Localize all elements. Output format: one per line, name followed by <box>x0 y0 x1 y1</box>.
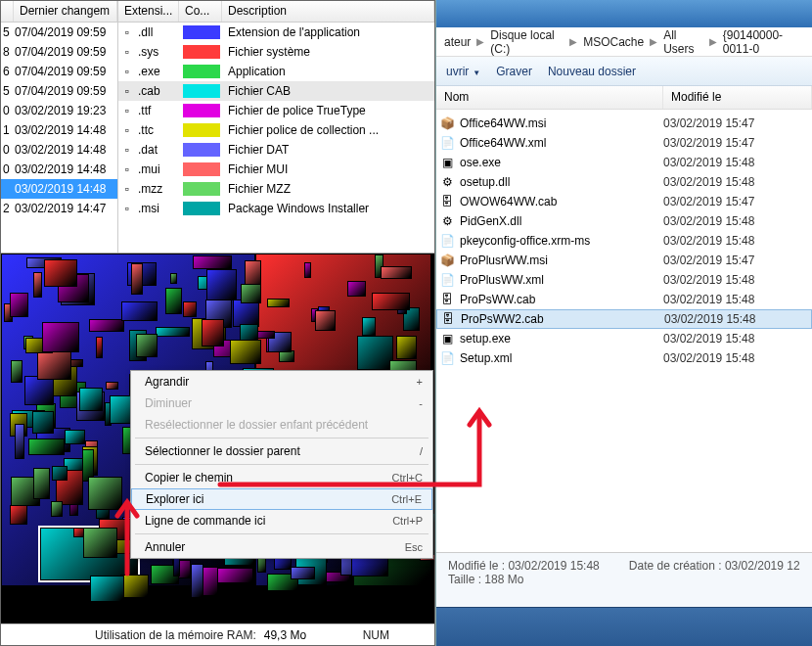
col-name[interactable]: Nom <box>436 86 663 109</box>
file-row[interactable]: 🗄ProPsWW.cab03/02/2019 15:48 <box>436 290 812 309</box>
breadcrumb[interactable]: ateur▶Disque local (C:)▶MSOCache▶All Use… <box>436 27 812 57</box>
treemap-tile[interactable] <box>37 349 71 381</box>
breadcrumb-item[interactable]: Disque local (C:) <box>486 26 567 58</box>
treemap-tile[interactable] <box>304 262 311 278</box>
treemap-tile[interactable] <box>10 505 27 525</box>
treemap-tile[interactable] <box>90 576 124 602</box>
treemap-tile[interactable] <box>156 327 190 337</box>
date-row[interactable]: 607/04/2019 09:59 <box>1 62 117 81</box>
treemap-tile[interactable] <box>28 438 65 455</box>
toolbar-burn[interactable]: Graver <box>496 65 532 78</box>
treemap-tile[interactable] <box>120 575 150 597</box>
treemap-tile[interactable] <box>106 382 118 390</box>
treemap-tile[interactable] <box>202 319 224 346</box>
extension-row[interactable]: ▫.ttcFichier police de collection ... <box>118 120 434 140</box>
treemap-tile[interactable] <box>233 300 259 326</box>
extension-list-header[interactable]: Extensi... Co... Description <box>118 1 434 23</box>
file-row[interactable]: 🗄OWOW64WW.cab03/02/2019 15:47 <box>436 192 812 211</box>
date-row[interactable]: 103/02/2019 14:48 <box>1 120 117 140</box>
breadcrumb-item[interactable]: MSOCache <box>579 33 648 51</box>
treemap-tile[interactable] <box>267 299 289 307</box>
file-row[interactable]: 📦Office64WW.msi03/02/2019 15:47 <box>436 114 812 133</box>
col-description[interactable]: Description <box>222 1 434 22</box>
treemap-tile[interactable] <box>65 430 85 444</box>
file-date-list[interactable]: Dernier changem 507/04/2019 09:59807/04/… <box>1 1 118 253</box>
file-row[interactable]: 📄pkeyconfig-office.xrm-ms03/02/2019 15:4… <box>436 231 812 251</box>
treemap-tile[interactable] <box>15 424 24 459</box>
treemap-tile[interactable] <box>83 528 117 558</box>
col-color[interactable]: Co... <box>179 1 222 22</box>
treemap-tile[interactable] <box>24 376 54 405</box>
treemap-tile[interactable] <box>51 501 63 517</box>
file-row[interactable]: 📄Office64WW.xml03/02/2019 15:47 <box>436 133 812 153</box>
treemap-tile[interactable] <box>206 269 237 300</box>
treemap-tile[interactable] <box>136 334 158 357</box>
menu-item-annuler[interactable]: AnnulerEsc <box>131 536 432 558</box>
treemap-tile[interactable] <box>79 388 103 411</box>
treemap-tile[interactable] <box>11 360 23 383</box>
treemap-tile[interactable] <box>88 477 123 510</box>
treemap-tile[interactable] <box>372 293 410 310</box>
treemap-tile[interactable] <box>396 336 417 359</box>
extension-row[interactable]: ▫.cabFichier CAB <box>118 81 434 101</box>
treemap-tile[interactable] <box>10 293 29 317</box>
file-row[interactable]: ▣ose.exe03/02/2019 15:48 <box>436 153 812 172</box>
breadcrumb-item[interactable]: All Users <box>659 26 707 58</box>
treemap-tile[interactable] <box>347 281 366 297</box>
col-modified[interactable]: Modifié le <box>663 86 812 109</box>
treemap-tile[interactable] <box>183 301 197 317</box>
col-last-change[interactable]: Dernier changem <box>14 1 117 22</box>
extension-row[interactable]: ▫.sysFichier système <box>118 42 434 62</box>
date-row[interactable]: 507/04/2019 09:59 <box>1 23 117 42</box>
extension-row[interactable]: ▫.dllExtension de l'application <box>118 23 434 42</box>
treemap-tile[interactable] <box>241 284 262 302</box>
treemap-tile[interactable] <box>121 301 158 321</box>
file-row[interactable]: ⚙PidGenX.dll03/02/2019 15:48 <box>436 211 812 231</box>
extension-row[interactable]: ▫.datFichier DAT <box>118 140 434 160</box>
explorer-titlebar[interactable] <box>436 0 812 27</box>
menu-item-explorer-ici[interactable]: Explorer iciCtrl+E <box>131 488 432 510</box>
treemap-tile[interactable] <box>240 324 258 341</box>
extension-row[interactable]: ▫.muiFichier MUI <box>118 160 434 179</box>
treemap-tile[interactable] <box>33 468 50 499</box>
date-row[interactable]: 203/02/2019 14:47 <box>1 199 117 218</box>
extension-row[interactable]: ▫.mzzFichier MZZ <box>118 179 434 199</box>
menu-item-s-lectionner-le-dossier-parent[interactable]: Sélectionner le dossier parent/ <box>131 440 432 462</box>
treemap-tile[interactable] <box>357 336 394 371</box>
treemap-tile[interactable] <box>44 259 78 286</box>
date-row[interactable]: 003/02/2019 19:23 <box>1 101 117 120</box>
extension-row[interactable]: ▫.exeApplication <box>118 62 434 81</box>
file-row[interactable]: 📦ProPlusrWW.msi03/02/2019 15:47 <box>436 251 812 270</box>
taskbar[interactable] <box>436 607 812 646</box>
file-row[interactable]: 🗄ProPsWW2.cab03/02/2019 15:48 <box>436 309 812 329</box>
treemap-tile[interactable] <box>89 319 124 332</box>
menu-item-ligne-de-commande-ici[interactable]: Ligne de commande iciCtrl+P <box>131 510 432 531</box>
date-list-header[interactable]: Dernier changem <box>1 1 117 23</box>
date-row[interactable]: 03/02/2019 14:48 <box>1 179 117 199</box>
treemap-tile[interactable] <box>362 317 376 336</box>
treemap-tile[interactable] <box>33 272 42 298</box>
date-row[interactable]: 807/04/2019 09:59 <box>1 42 117 62</box>
treemap-tile[interactable] <box>96 337 103 358</box>
treemap-tile[interactable] <box>291 567 316 579</box>
treemap-tile[interactable] <box>230 340 261 364</box>
file-list-header[interactable]: Nom Modifié le <box>436 86 812 110</box>
extension-row[interactable]: ▫.ttfFichier de police TrueType <box>118 101 434 120</box>
file-row[interactable]: ⚙osetup.dll03/02/2019 15:48 <box>436 172 812 192</box>
treemap-tile[interactable] <box>32 411 54 434</box>
file-list[interactable]: 📦Office64WW.msi03/02/2019 15:47📄Office64… <box>436 110 812 552</box>
menu-item-copier-le-chemin[interactable]: Copier le cheminCtrl+C <box>131 467 432 488</box>
file-row[interactable]: 📄Setup.xml03/02/2019 15:48 <box>436 348 812 368</box>
treemap-tile[interactable] <box>381 266 413 280</box>
date-row[interactable]: 003/02/2019 14:48 <box>1 160 117 179</box>
treemap-tile[interactable] <box>217 568 252 583</box>
breadcrumb-item[interactable]: {90140000-0011-0 <box>719 26 808 58</box>
treemap-tile[interactable] <box>191 564 203 598</box>
file-row[interactable]: ▣setup.exe03/02/2019 15:48 <box>436 329 812 348</box>
treemap-tile[interactable] <box>42 322 79 353</box>
breadcrumb-item[interactable]: ateur <box>440 33 474 51</box>
col-extension[interactable]: Extensi... <box>118 1 179 22</box>
date-row[interactable]: 003/02/2019 14:48 <box>1 140 117 160</box>
menu-item-agrandir[interactable]: Agrandir+ <box>131 371 432 392</box>
file-row[interactable]: 📄ProPlusWW.xml03/02/2019 15:48 <box>436 270 812 290</box>
